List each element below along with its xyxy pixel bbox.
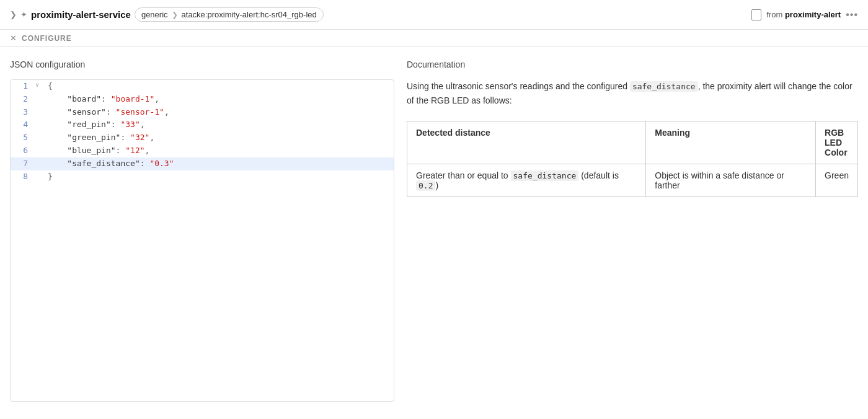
doc-table: Detected distance Meaning RGBLEDColor Gr…: [407, 121, 858, 197]
col-header-meaning: Meaning: [646, 121, 816, 164]
doc-description: Using the ultrasonic sensor's readings a…: [407, 79, 858, 107]
line-content-1: {: [45, 80, 394, 93]
cell-meaning-1: Object is within a safe distance or fart…: [646, 164, 816, 197]
table-header-row: Detected distance Meaning RGBLEDColor: [407, 121, 858, 164]
col-header-detected-distance: Detected distance: [407, 121, 646, 164]
code-line-2: 2 "board": "board-1",: [11, 93, 394, 106]
doc-panel-title: Documentation: [407, 60, 858, 69]
line-toggle-6: [35, 144, 45, 157]
line-num-6: 6: [11, 144, 35, 157]
line-num-1: 1: [11, 80, 35, 93]
line-content-8: }: [45, 170, 394, 183]
app-title: proximity-alert-service: [31, 9, 131, 20]
line-toggle-8: [35, 170, 45, 183]
line-toggle-3: [35, 106, 45, 119]
code-line-4: 4 "red_pin": "33",: [11, 118, 394, 131]
line-toggle-1[interactable]: ∨: [35, 80, 45, 93]
breadcrumb-part1: generic: [141, 10, 168, 19]
more-options-icon[interactable]: •••: [846, 9, 858, 20]
line-num-3: 3: [11, 106, 35, 119]
from-label: from proximity-alert: [766, 10, 841, 19]
line-num-2: 2: [11, 93, 35, 106]
line-content-3: "sensor": "sensor-1",: [45, 106, 394, 119]
doc-code-safe-distance: safe_distance: [630, 81, 698, 92]
cell-color-1: Green: [816, 164, 858, 197]
code-line-7: 7 "safe_distance": "0.3": [11, 157, 394, 170]
star-icon[interactable]: ✦: [20, 10, 27, 19]
table-row-1: Greater than or equal to safe_distance (…: [407, 164, 858, 197]
line-num-5: 5: [11, 131, 35, 144]
line-content-2: "board": "board-1",: [45, 93, 394, 106]
code-line-6: 6 "blue_pin": "12",: [11, 144, 394, 157]
breadcrumb-part2: atacke:proximity-alert:hc-sr04_rgb-led: [182, 10, 317, 19]
line-content-6: "blue_pin": "12",: [45, 144, 394, 157]
code-lines: 1 ∨ { 2 "board": "board-1", 3 "sensor": …: [11, 80, 394, 183]
line-toggle-2: [35, 93, 45, 106]
line-toggle-4: [35, 118, 45, 131]
code-line-1: 1 ∨ {: [11, 80, 394, 93]
code-line-3: 3 "sensor": "sensor-1",: [11, 106, 394, 119]
doc-table-wrapper: Detected distance Meaning RGBLEDColor Gr…: [407, 121, 858, 197]
chevron-down-icon[interactable]: ❯: [10, 10, 17, 19]
top-bar-left: ❯ ✦ proximity-alert-service generic ❯ at…: [10, 7, 746, 22]
configure-bar: ✕ CONFIGURE: [0, 30, 868, 47]
breadcrumb-separator: ❯: [172, 11, 178, 19]
main-content: JSON configuration 1 ∨ { 2 "board": "boa…: [0, 47, 868, 414]
code-editor[interactable]: 1 ∨ { 2 "board": "board-1", 3 "sensor": …: [10, 79, 394, 402]
code-line-5: 5 "green_pin": "32",: [11, 131, 394, 144]
json-panel: JSON configuration 1 ∨ { 2 "board": "boa…: [10, 60, 394, 402]
json-panel-title: JSON configuration: [10, 60, 394, 69]
file-icon: [751, 9, 761, 20]
code-safe-distance-cell: safe_distance: [511, 170, 579, 181]
line-toggle-7: [35, 157, 45, 170]
top-bar: ❯ ✦ proximity-alert-service generic ❯ at…: [0, 0, 868, 30]
close-configure-icon[interactable]: ✕: [10, 33, 17, 43]
line-content-4: "red_pin": "33",: [45, 118, 394, 131]
code-default-value: 0.2: [416, 180, 435, 191]
doc-panel: Documentation Using the ultrasonic senso…: [394, 60, 858, 402]
line-content-7: "safe_distance": "0.3": [45, 157, 394, 170]
line-content-5: "green_pin": "32",: [45, 131, 394, 144]
cell-detected-distance-1: Greater than or equal to safe_distance (…: [407, 164, 646, 197]
configure-label: CONFIGURE: [22, 34, 72, 43]
top-bar-right: from proximity-alert •••: [751, 9, 858, 20]
line-num-7: 7: [11, 157, 35, 170]
line-num-8: 8: [11, 170, 35, 183]
col-header-rgb-led-color: RGBLEDColor: [816, 121, 858, 164]
code-line-8: 8 }: [11, 170, 394, 183]
breadcrumb[interactable]: generic ❯ atacke:proximity-alert:hc-sr04…: [135, 7, 324, 22]
line-toggle-5: [35, 131, 45, 144]
line-num-4: 4: [11, 118, 35, 131]
